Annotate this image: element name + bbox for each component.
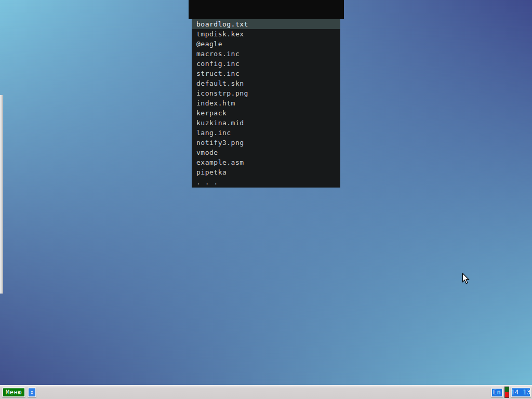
file-list: boardlog.txttmpdisk.kex@eaglemacros.incc… xyxy=(192,19,340,188)
file-item[interactable]: default.skn xyxy=(192,78,340,88)
launcher-panel: /sys/ Search: | boardlog.txttmpdisk.kex@… xyxy=(189,0,344,188)
file-item[interactable]: iconstrp.png xyxy=(192,88,340,98)
file-item[interactable]: boardlog.txt xyxy=(192,19,340,29)
file-item[interactable]: lang.inc xyxy=(192,128,340,138)
file-item[interactable]: index.htm xyxy=(192,98,340,108)
file-item[interactable]: @eagle xyxy=(192,39,340,49)
file-item[interactable]: config.inc xyxy=(192,59,340,69)
cpu-load-indicator[interactable] xyxy=(504,387,509,398)
window-switcher-button[interactable]: ↕ xyxy=(28,387,36,397)
launcher-header: /sys/ Search: | xyxy=(189,0,344,19)
file-item[interactable]: vmode xyxy=(192,148,340,157)
updown-arrow-icon: ↕ xyxy=(30,389,34,396)
more-items-indicator: . . . xyxy=(192,177,340,187)
clock[interactable]: 14 13 xyxy=(511,387,531,397)
file-item[interactable]: notify3.png xyxy=(192,138,340,148)
taskbar: Меню ↕ En 14 13 xyxy=(0,385,532,399)
offscreen-window-edge[interactable] xyxy=(0,95,3,294)
file-item[interactable]: kerpack xyxy=(192,108,340,118)
cpu-load-green-segment xyxy=(505,387,509,392)
file-item[interactable]: macros.inc xyxy=(192,49,340,59)
file-item[interactable]: kuzkina.mid xyxy=(192,118,340,128)
language-indicator[interactable]: En xyxy=(491,388,503,397)
file-item[interactable]: pipetka xyxy=(192,167,340,177)
file-item[interactable]: example.asm xyxy=(192,157,340,167)
file-item[interactable]: tmpdisk.kex xyxy=(192,29,340,39)
cpu-load-red-segment xyxy=(505,392,509,397)
menu-button[interactable]: Меню xyxy=(2,387,25,397)
file-item[interactable]: struct.inc xyxy=(192,69,340,78)
